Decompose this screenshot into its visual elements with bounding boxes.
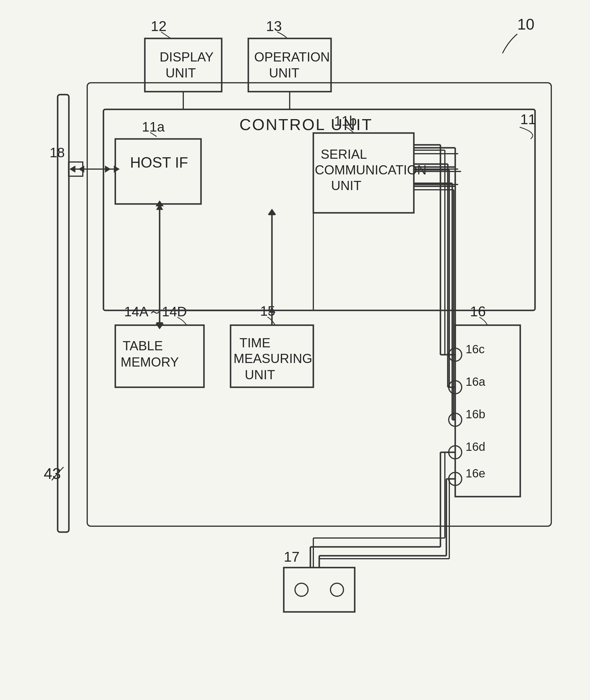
- ref-16d: 16d: [466, 440, 485, 453]
- time-measuring-label3: UNIT: [245, 368, 275, 382]
- ref-16b: 16b: [466, 408, 485, 421]
- host-if-label: HOST IF: [130, 154, 188, 171]
- ref-18: 18: [50, 145, 65, 160]
- serial-comm-label2: COMMUNICATION: [315, 163, 426, 177]
- table-memory-label2: MEMORY: [121, 355, 179, 369]
- ref-14: 14A～14D: [124, 304, 187, 319]
- diagram-container: 10 43 11 CONTROL UNIT DISPLAY UNIT 12 OP…: [0, 0, 590, 700]
- table-memory-label1: TABLE: [123, 338, 163, 353]
- ref-16c: 16c: [466, 342, 485, 356]
- operation-unit-label: OPERATION: [254, 49, 330, 64]
- svg-rect-0: [0, 0, 590, 700]
- ref-11: 11: [520, 111, 536, 127]
- ref-12: 12: [151, 18, 167, 34]
- serial-comm-label1: SERIAL: [321, 147, 367, 162]
- time-measuring-label1: TIME: [239, 335, 271, 350]
- ref-17: 17: [284, 549, 299, 565]
- display-unit-label: DISPLAY: [160, 49, 214, 64]
- ref-11b: 11b: [334, 113, 357, 128]
- display-unit-label2: UNIT: [166, 66, 196, 80]
- operation-unit-label2: UNIT: [269, 66, 299, 80]
- ref-11a: 11a: [142, 119, 165, 134]
- time-measuring-label2: MEASURING: [233, 351, 312, 366]
- serial-comm-label3: UNIT: [331, 178, 362, 193]
- ref-16e: 16e: [466, 467, 485, 480]
- ref-13: 13: [266, 18, 282, 34]
- ref-16: 16: [470, 304, 486, 319]
- ref-16a: 16a: [466, 375, 485, 388]
- ref-10: 10: [517, 16, 534, 33]
